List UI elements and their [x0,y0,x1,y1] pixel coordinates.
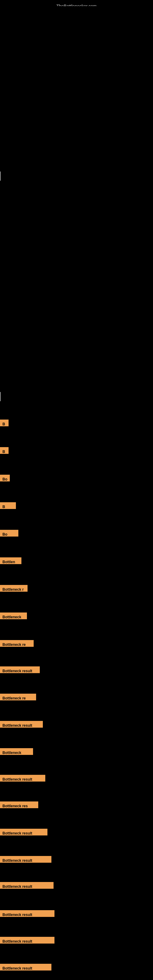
bottleneck-result-item: Bottleneck [0,748,33,755]
bottleneck-result-item: B [0,447,9,454]
bottleneck-result-item: Bottleneck re [0,694,36,700]
bottleneck-result-item: Bottleneck res [0,802,38,808]
bottleneck-result-item: Bottleneck result [0,775,45,781]
bottleneck-result-item: Bo [0,475,10,481]
cursor-line [0,392,1,401]
bottleneck-result-item: B [0,420,9,426]
bottleneck-result-item: Bottleneck re [0,640,33,647]
bottleneck-result-item: Bottleneck result [0,721,43,728]
bottleneck-result-item: Bottleneck result [0,856,51,863]
bottleneck-result-item: Bottleneck result [0,882,54,889]
bottleneck-result-item: Bottleneck result [0,937,54,943]
bottleneck-result-item: Bottlen [0,557,21,564]
bottleneck-result-item: Bottleneck result [0,667,40,673]
bottleneck-result-item: Bottleneck r [0,585,27,592]
chart-area [0,6,153,135]
bottleneck-result-item: Bo [0,530,18,536]
bottleneck-result-item: Bottleneck result [0,910,54,917]
bottleneck-result-item: Bottleneck [0,612,27,619]
bottleneck-result-item: Bottleneck result [0,964,51,970]
bottleneck-result-item: B [0,502,16,509]
bottleneck-result-item: Bottleneck result [0,829,48,835]
cursor-line [0,172,1,181]
